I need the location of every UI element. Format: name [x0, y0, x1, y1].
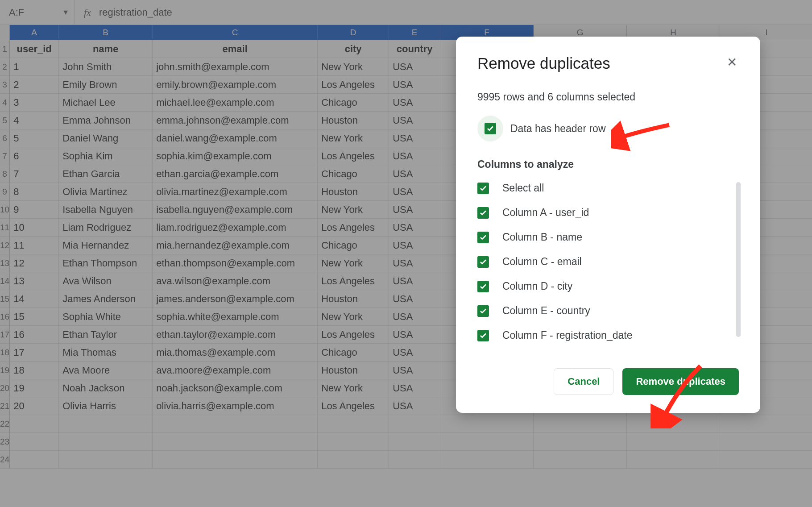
cell[interactable]: Los Angeles — [318, 76, 389, 94]
cell[interactable]: USA — [389, 290, 440, 308]
cell[interactable] — [440, 451, 534, 469]
cell[interactable]: mia.hernandez@example.com — [153, 237, 318, 254]
cell[interactable] — [720, 451, 812, 469]
cell[interactable]: ava.moore@example.com — [153, 362, 318, 379]
row-header[interactable]: 18 — [0, 344, 10, 362]
row-header[interactable]: 5 — [0, 112, 10, 129]
cell[interactable]: Los Angeles — [318, 272, 389, 290]
cell[interactable]: Houston — [318, 112, 389, 129]
cell[interactable]: Daniel Wang — [59, 129, 153, 147]
cell[interactable] — [440, 415, 534, 433]
cell[interactable]: 14 — [10, 290, 59, 308]
cell[interactable]: city — [318, 40, 389, 58]
cell[interactable]: USA — [389, 94, 440, 112]
cell[interactable]: Noah Jackson — [59, 379, 153, 397]
cell[interactable]: Los Angeles — [318, 219, 389, 237]
row-header[interactable]: 6 — [0, 129, 10, 147]
cell[interactable]: country — [389, 40, 440, 58]
cell[interactable] — [153, 451, 318, 469]
cell[interactable]: 7 — [10, 165, 59, 183]
cell[interactable] — [534, 451, 627, 469]
cell[interactable]: Houston — [318, 183, 389, 201]
select-all-corner[interactable] — [0, 25, 10, 40]
cell[interactable]: Emily Brown — [59, 76, 153, 94]
cell[interactable]: USA — [389, 237, 440, 254]
cell[interactable]: Sophia Kim — [59, 147, 153, 165]
cell[interactable]: 11 — [10, 237, 59, 254]
cell[interactable]: john.smith@example.com — [153, 58, 318, 76]
cell[interactable] — [318, 415, 389, 433]
cell[interactable]: Los Angeles — [318, 397, 389, 415]
cell[interactable]: michael.lee@example.com — [153, 94, 318, 112]
cell[interactable]: user_id — [10, 40, 59, 58]
row-header[interactable]: 22 — [0, 415, 10, 433]
cell[interactable]: 16 — [10, 326, 59, 344]
cell[interactable]: Los Angeles — [318, 147, 389, 165]
row-header[interactable]: 11 — [0, 219, 10, 237]
row-header[interactable]: 4 — [0, 94, 10, 112]
cell[interactable]: Chicago — [318, 94, 389, 112]
column-analyze-option[interactable]: Column C - email — [477, 256, 739, 268]
header-row-option[interactable]: Data has header row — [477, 116, 739, 141]
cell[interactable]: USA — [389, 219, 440, 237]
cell[interactable] — [59, 451, 153, 469]
row-header[interactable]: 23 — [0, 433, 10, 451]
cell[interactable] — [534, 433, 627, 451]
cell[interactable]: ava.wilson@example.com — [153, 272, 318, 290]
cell[interactable]: New York — [318, 129, 389, 147]
cell[interactable]: 10 — [10, 219, 59, 237]
cell[interactable]: USA — [389, 112, 440, 129]
cell[interactable]: Olivia Martinez — [59, 183, 153, 201]
scrollbar[interactable] — [736, 182, 741, 337]
cell[interactable]: olivia.martinez@example.com — [153, 183, 318, 201]
column-analyze-option[interactable]: Column B - name — [477, 231, 739, 243]
column-analyze-option[interactable]: Column F - registration_date — [477, 329, 739, 341]
cell[interactable]: daniel.wang@example.com — [153, 129, 318, 147]
cell[interactable] — [627, 415, 720, 433]
cell[interactable]: ethan.thompson@example.com — [153, 254, 318, 272]
row-header[interactable]: 20 — [0, 379, 10, 397]
row-header[interactable]: 7 — [0, 147, 10, 165]
cell[interactable]: 17 — [10, 344, 59, 362]
cell[interactable]: mia.thomas@example.com — [153, 344, 318, 362]
cell[interactable]: USA — [389, 308, 440, 326]
cell[interactable]: New York — [318, 379, 389, 397]
column-analyze-option[interactable]: Select all — [477, 182, 739, 194]
cell[interactable]: email — [153, 40, 318, 58]
column-header[interactable]: D — [318, 25, 389, 40]
column-header[interactable]: E — [389, 25, 440, 40]
formula-input[interactable]: registration_date — [99, 7, 172, 18]
row-header[interactable]: 2 — [0, 58, 10, 76]
row-header[interactable]: 14 — [0, 272, 10, 290]
cell[interactable]: USA — [389, 344, 440, 362]
column-analyze-option[interactable]: Column A - user_id — [477, 207, 739, 219]
cell[interactable]: emily.brown@example.com — [153, 76, 318, 94]
cell[interactable]: name — [59, 40, 153, 58]
row-header[interactable]: 13 — [0, 254, 10, 272]
cell[interactable]: sophia.white@example.com — [153, 308, 318, 326]
cell[interactable] — [10, 451, 59, 469]
cell[interactable]: James Anderson — [59, 290, 153, 308]
cell[interactable]: 9 — [10, 201, 59, 219]
cell[interactable]: John Smith — [59, 58, 153, 76]
cell[interactable] — [10, 433, 59, 451]
cell[interactable]: Sophia White — [59, 308, 153, 326]
cell[interactable]: USA — [389, 58, 440, 76]
cell[interactable]: 5 — [10, 129, 59, 147]
cell[interactable]: Los Angeles — [318, 326, 389, 344]
cell[interactable] — [534, 415, 627, 433]
close-icon[interactable]: ✕ — [725, 54, 739, 71]
row-header[interactable]: 1 — [0, 40, 10, 58]
cell[interactable]: 13 — [10, 272, 59, 290]
cell[interactable]: New York — [318, 201, 389, 219]
column-analyze-option[interactable]: Column E - country — [477, 305, 739, 317]
cell[interactable]: New York — [318, 308, 389, 326]
cell[interactable] — [318, 451, 389, 469]
column-analyze-option[interactable]: Column D - city — [477, 280, 739, 292]
cell[interactable]: USA — [389, 379, 440, 397]
row-header[interactable]: 15 — [0, 290, 10, 308]
row-header[interactable]: 17 — [0, 326, 10, 344]
cell[interactable]: ethan.taylor@example.com — [153, 326, 318, 344]
cell[interactable] — [389, 433, 440, 451]
cell[interactable]: USA — [389, 362, 440, 379]
